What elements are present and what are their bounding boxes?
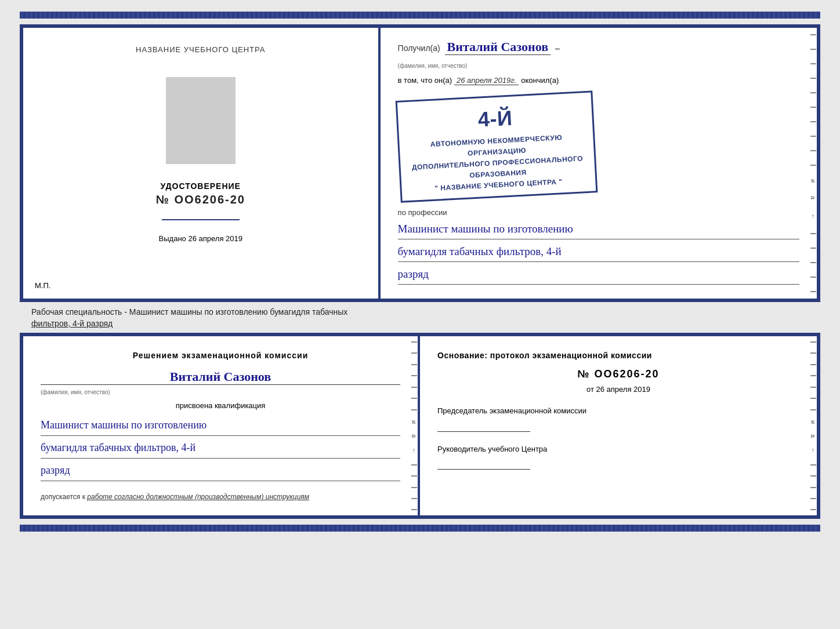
dash	[810, 409, 816, 410]
stamp-box: 4-Й АВТОНОМНУЮ НЕКОММЕРЧЕСКУЮ ОРГАНИЗАЦИ…	[395, 90, 598, 202]
predsedatel-signature-line	[437, 420, 530, 432]
dash	[411, 375, 417, 376]
bottom-side-text-и: и	[411, 420, 418, 424]
po-professii: по профессии	[398, 208, 799, 217]
stamp-line3: ДОПОЛНИТЕЛЬНОГО ПРОФЕССИОНАЛЬНОГО ОБРАЗО…	[411, 154, 583, 179]
stamp-area: 4-Й АВТОНОМНУЮ НЕКОММЕРЧЕСКУЮ ОРГАНИЗАЦИ…	[398, 91, 799, 202]
prisvoena: присвоена квалификация	[41, 401, 400, 410]
dash	[810, 387, 816, 388]
bottom-fio-hint: (фамилия, имя, отчество)	[41, 389, 110, 395]
dash	[810, 78, 816, 79]
stamp-line4: " НАЗВАНИЕ УЧЕБНОГО ЦЕНТРА "	[435, 177, 563, 192]
side-text-dash: ←	[810, 213, 817, 220]
predsedatel-label: Председатель экзаменационной комиссии	[437, 405, 799, 417]
dash	[810, 248, 816, 249]
dash	[810, 464, 816, 466]
cert-center-label: НАЗВАНИЕ УЧЕБНОГО ЦЕНТРА	[136, 45, 265, 54]
vtom-date: 26 апреля 2019г.	[454, 76, 519, 85]
okonchil-label: окончил(а)	[521, 76, 559, 85]
bottom-profession2: бумагидля табачных фильтров, 4-й	[41, 437, 400, 459]
side-text-а: а	[810, 196, 817, 199]
dash	[810, 364, 816, 365]
profession-line2: бумагидля табачных фильтров, 4-й	[398, 242, 799, 262]
dopuskaetsya-label: допускается к	[41, 493, 85, 501]
cert-udostoverenie: УДОСТОВЕРЕНИЕ № OO6206-20	[156, 181, 245, 206]
vydano-label: Выдано	[159, 234, 186, 243]
profession-line1: Машинист машины по изготовлению	[398, 219, 799, 239]
rukovoditel-block: Руководитель учебного Центра	[437, 443, 799, 470]
bottom-profession3: разряд	[41, 460, 400, 481]
cert-divider	[162, 219, 240, 220]
right-edge-dashes: и а ←	[809, 28, 818, 299]
dash	[810, 277, 816, 278]
dash	[810, 233, 816, 234]
ot-date-value: 26 апреля 2019	[596, 385, 651, 394]
cert-left-center: НАЗВАНИЕ УЧЕБНОГО ЦЕНТРА УДОСТОВЕРЕНИЕ №…	[136, 45, 265, 281]
cert-vydano: Выдано 26 апреля 2019	[159, 234, 242, 243]
top-certificate: НАЗВАНИЕ УЧЕБНОГО ЦЕНТРА УДОСТОВЕРЕНИЕ №…	[20, 24, 820, 302]
recipient-line: Получил(а) Виталий Сазонов –	[398, 39, 799, 55]
dash	[411, 387, 417, 388]
dash	[810, 49, 816, 50]
protocol-number: № OO6206-20	[437, 368, 799, 380]
bottom-certificate: Решением экзаменационной комиссии Витали…	[20, 333, 820, 519]
dash	[411, 398, 417, 399]
vtom-line: в том, что он(а) 26 апреля 2019г. окончи…	[398, 76, 799, 85]
bottom-right-right-dashes: и а ←	[809, 336, 818, 515]
dash	[810, 509, 816, 510]
side-text-и: и	[810, 179, 817, 183]
dash	[411, 364, 417, 365]
dash	[411, 464, 417, 466]
specialty-underline: фильтров, 4-й разряд	[31, 319, 113, 328]
document-container: НАЗВАНИЕ УЧЕБНОГО ЦЕНТРА УДОСТОВЕРЕНИЕ №…	[20, 24, 820, 519]
osnovanie: Основание: протокол экзаменационной коми…	[437, 351, 799, 360]
cert-number: № OO6206-20	[156, 193, 245, 206]
rukovoditel-label: Руководитель учебного Центра	[437, 443, 799, 455]
specialty-main: Рабочая специальность - Машинист машины …	[31, 307, 347, 317]
dash	[411, 487, 417, 488]
top-binder	[20, 12, 820, 19]
bottom-binder	[20, 525, 820, 532]
vtom-label: в том, что он(а)	[398, 76, 452, 85]
dash	[810, 398, 816, 399]
profession-line3: разряд	[398, 264, 799, 285]
udostoverenie-title: УДОСТОВЕРЕНИЕ	[156, 181, 245, 191]
dash	[810, 150, 816, 151]
fio-hint-top: (фамилия, имя, отчество)	[398, 63, 468, 69]
commission-title: Решением экзаменационной комиссии	[41, 351, 400, 360]
dopuskaetsya-work: работе согласно должностным (производств…	[87, 493, 309, 501]
dash	[810, 165, 816, 166]
dash	[810, 63, 816, 64]
ot-date: от 26 апреля 2019	[437, 385, 799, 394]
dash	[810, 498, 816, 499]
dash	[810, 107, 816, 108]
dash	[810, 291, 816, 292]
rukovoditel-signature-line	[437, 458, 530, 470]
cert-photo	[166, 77, 236, 164]
bottom-side-text-arrow: ←	[411, 448, 418, 454]
br-side-text-и: и	[810, 420, 817, 424]
br-side-text-arrow: ←	[810, 448, 817, 454]
dash	[810, 352, 816, 354]
vydano-date: 26 апреля 2019	[188, 234, 242, 243]
bottom-cert-right: Основание: протокол экзаменационной коми…	[420, 336, 817, 515]
dash	[411, 352, 417, 354]
dash	[810, 34, 816, 35]
predsedatel-block: Председатель экзаменационной комиссии	[437, 405, 799, 432]
poluchil-label: Получил(а)	[398, 43, 440, 53]
bottom-side-text-а: а	[411, 434, 418, 438]
dash	[411, 498, 417, 499]
bottom-right-edge-dashes: и а ←	[410, 336, 419, 515]
bottom-profession1: Машинист машины по изготовлению	[41, 415, 400, 436]
specialty-text: Рабочая специальность - Машинист машины …	[31, 307, 820, 329]
dash	[810, 121, 816, 122]
cert-mp: М.П.	[35, 281, 50, 290]
dash	[810, 475, 816, 477]
dash	[411, 341, 417, 343]
bottom-cert-left: Решением экзаменационной комиссии Витали…	[23, 336, 420, 515]
ot-label: от	[586, 385, 594, 394]
dash	[810, 341, 816, 343]
recipient-name: Виталий Сазонов	[445, 39, 551, 55]
dash	[810, 375, 816, 376]
dash	[810, 487, 816, 488]
